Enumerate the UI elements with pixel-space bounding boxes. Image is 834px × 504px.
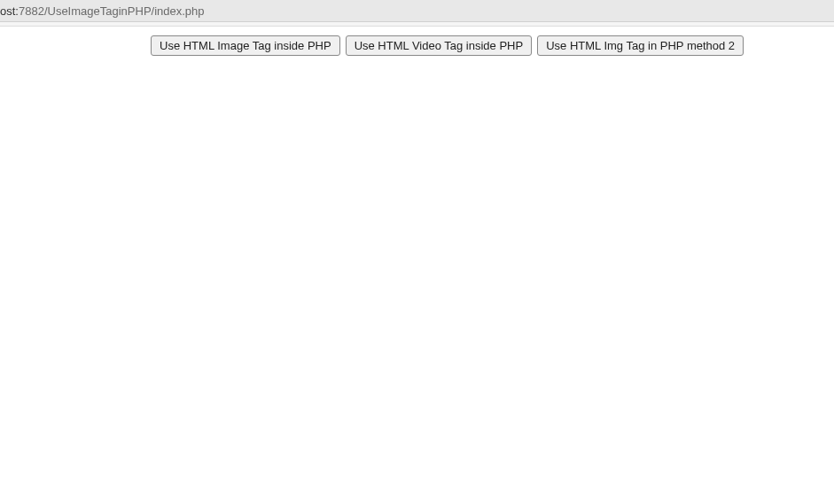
address-bar[interactable]: ost:7882/UseImageTaginPHP/index.php bbox=[0, 0, 834, 22]
url-prefix: ost: bbox=[0, 4, 19, 18]
use-html-video-tag-button[interactable]: Use HTML Video Tag inside PHP bbox=[346, 35, 533, 56]
url-path: 7882/UseImageTaginPHP/index.php bbox=[19, 4, 205, 18]
page-content: Use HTML Image Tag inside PHP Use HTML V… bbox=[0, 27, 834, 56]
use-html-image-tag-button[interactable]: Use HTML Image Tag inside PHP bbox=[151, 35, 340, 56]
use-html-img-tag-method2-button[interactable]: Use HTML Img Tag in PHP method 2 bbox=[537, 35, 744, 56]
